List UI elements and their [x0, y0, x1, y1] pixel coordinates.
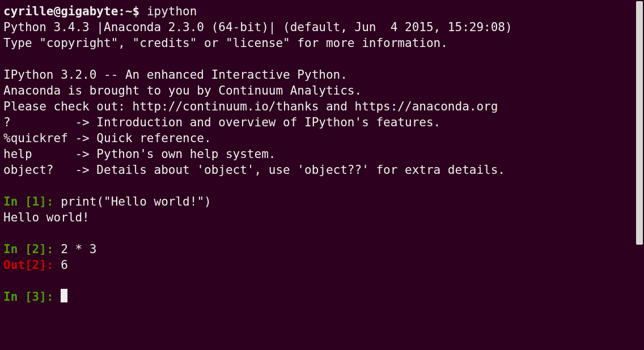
in-num-1: 1 [32, 195, 40, 208]
in-suffix-2: ]: [39, 242, 61, 256]
blank-line [3, 178, 632, 194]
stdout-1: Hello world! [3, 210, 632, 225]
banner-line-9: object? -> Details about 'object', use '… [3, 162, 632, 178]
in-prompt-3: In [ [3, 290, 32, 304]
shell-command: ipython [147, 5, 197, 18]
shell-prompt-line: cyrille@gigabyte:~$ ipython [3, 3, 632, 19]
out-2-line: Out[2]: 6 [3, 257, 632, 273]
in-3-line[interactable]: In [3]: [3, 289, 632, 305]
in-suffix-1: ]: [39, 195, 61, 208]
out-val-2: 6 [61, 258, 68, 272]
out-num-2: 2 [32, 258, 40, 272]
in-prompt-2: In [ [3, 242, 32, 256]
shell-prompt: cyrille@gigabyte:~$ [3, 5, 147, 18]
in-num-3: 3 [32, 290, 40, 304]
in-code-2: 2 * 3 [61, 242, 96, 256]
banner-line-2: Type "copyright", "credits" or "license"… [3, 35, 632, 51]
cursor-block [61, 289, 67, 302]
banner-line-4: Anaconda is brought to you by Continuum … [3, 83, 632, 99]
in-1-line: In [1]: print("Hello world!") [3, 194, 632, 210]
scrollbar-track[interactable] [635, 0, 644, 350]
in-suffix-3: ]: [39, 290, 61, 304]
banner-line-7: %quickref -> Quick reference. [3, 130, 632, 146]
banner-line-6: ? -> Introduction and overview of IPytho… [3, 114, 632, 130]
out-prompt-2: Out[ [3, 258, 32, 272]
terminal-area[interactable]: cyrille@gigabyte:~$ ipython Python 3.4.3… [0, 0, 635, 350]
banner-line-8: help -> Python's own help system. [3, 146, 632, 162]
banner-line-5: Please check out: http://continuum.io/th… [3, 99, 632, 114]
scrollbar-thumb[interactable] [636, 1, 643, 245]
blank-line [3, 273, 632, 289]
blank-line [3, 225, 632, 241]
banner-line-1: Python 3.4.3 |Anaconda 2.3.0 (64-bit)| (… [3, 19, 632, 35]
in-num-2: 2 [32, 242, 40, 256]
out-suffix-2: ]: [39, 258, 61, 272]
in-code-1: print("Hello world!") [61, 195, 211, 208]
banner-line-3: IPython 3.2.0 -- An enhanced Interactive… [3, 67, 632, 83]
banner-blank-1 [3, 51, 632, 67]
in-2-line: In [2]: 2 * 3 [3, 241, 632, 257]
in-prompt-1: In [ [3, 195, 32, 208]
